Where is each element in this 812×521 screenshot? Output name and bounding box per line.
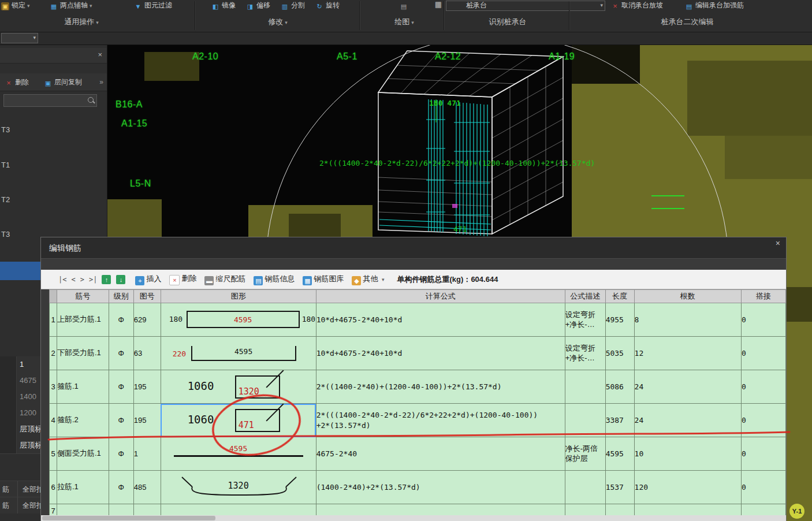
cancel-cap-slope-button[interactable]: ×取消承台放坡	[611, 0, 663, 10]
cell-length[interactable]: 1537	[605, 471, 634, 504]
cell-formula[interactable]: 2*((1400-2*40)+(1200-40-100))+2*(13.57*d…	[316, 370, 565, 404]
scrollbar-thumb[interactable]	[42, 516, 215, 520]
cell-length[interactable]: 3387	[605, 404, 634, 437]
cell-shape[interactable]: 1060 1320	[161, 370, 316, 404]
pile-cap-combo[interactable]: 桩承台 ▾	[446, 1, 605, 11]
mirror-button[interactable]: ◧镜像	[211, 0, 236, 10]
cell-name[interactable]: 箍筋.2	[57, 404, 109, 437]
cell-formula[interactable]: 10*d+4675-2*40+10*d	[316, 303, 565, 337]
cell-name[interactable]: 拉筋.1	[57, 471, 109, 504]
tree-item[interactable]: T2	[1, 194, 10, 206]
group-common-ops[interactable]: 通用操作▾	[55, 14, 108, 30]
cell-lap[interactable]: 0	[742, 404, 786, 437]
cell-length[interactable]: 5035	[605, 337, 634, 370]
cell-desc[interactable]: 净长-两倍 保护层	[565, 437, 605, 471]
col-header[interactable]: 根数	[634, 290, 742, 303]
group-modify[interactable]: 修改▾	[257, 14, 299, 30]
col-header[interactable]: 长度	[605, 290, 634, 303]
panel-close-button[interactable]: ×	[98, 50, 102, 59]
cell-desc[interactable]: 设定弯折 +净长-…	[565, 303, 605, 337]
cell-lap[interactable]: 0	[742, 437, 786, 471]
move-down-button[interactable]: ↓	[116, 275, 125, 284]
insert-button[interactable]: +插入	[135, 274, 161, 285]
nav-first-button[interactable]: |<	[58, 276, 66, 284]
nav-last-button[interactable]: >|	[89, 276, 97, 284]
edit-cap-rebar-button[interactable]: ▤编辑承台加强筋	[685, 0, 744, 10]
cell-grade[interactable]: Φ	[109, 303, 133, 337]
col-header[interactable]: 级别	[109, 290, 133, 303]
cell-fig-no[interactable]: 63	[133, 337, 161, 370]
cell-length[interactable]: 5086	[605, 370, 634, 404]
cell-fig-no[interactable]: 195	[133, 370, 161, 404]
more-button[interactable]: »	[99, 73, 103, 91]
delete-button[interactable]: ×删除	[5, 73, 29, 91]
nav-prev-button[interactable]: <	[71, 276, 75, 284]
rotate-button[interactable]: ↻旋转	[315, 0, 340, 10]
col-header[interactable]: 图形	[161, 290, 316, 303]
cell-formula[interactable]: 2*(((1400-2*40-2*d-22)/6*2+22+2*d)+(1200…	[316, 404, 565, 437]
cell-name[interactable]: 下部受力筋.1	[57, 337, 109, 370]
cell-formula[interactable]: 4675-2*40	[316, 437, 565, 471]
move-up-button[interactable]: ↑	[102, 275, 111, 284]
floor-selector-combo[interactable]: ▾	[1, 33, 38, 43]
cell-name[interactable]: 上部受力筋.1	[57, 303, 109, 337]
cell-fig-no[interactable]: 629	[133, 303, 161, 337]
dialog-titlebar[interactable]: 编辑钢筋 ×	[41, 237, 786, 259]
cell-formula[interactable]: (1400-2*40)+2*(13.57*d)	[316, 471, 565, 504]
cell-fig-no[interactable]: 195	[133, 404, 161, 437]
col-header[interactable]: 计算公式	[316, 290, 565, 303]
dialog-close-button[interactable]: ×	[776, 239, 780, 248]
cell-lap[interactable]: 0	[742, 337, 786, 370]
cell-length[interactable]: 4955	[605, 303, 634, 337]
cell-lap[interactable]: 0	[742, 370, 786, 404]
cell-count[interactable]: 120	[634, 471, 742, 504]
cell-count[interactable]: 8	[634, 303, 742, 337]
cell-grade[interactable]: Φ	[109, 471, 133, 504]
cell-length[interactable]: 4595	[605, 437, 634, 471]
group-draw[interactable]: 绘图▾	[383, 14, 425, 30]
cell-grade[interactable]: Φ	[109, 337, 133, 370]
cell-fig-no[interactable]: 485	[133, 471, 161, 504]
nav-next-button[interactable]: >	[80, 276, 84, 284]
col-header[interactable]: 公式描述	[565, 290, 605, 303]
cell-lap[interactable]: 0	[742, 471, 786, 504]
aux-axis-button[interactable]: ▦两点辅轴▾	[50, 0, 92, 10]
cell-shape[interactable]: 220 4595	[161, 337, 316, 370]
cell-shape[interactable]: 4595	[161, 437, 316, 471]
other-menu-button[interactable]: ◆其他 ▾	[352, 274, 384, 285]
col-header[interactable]: 搭接	[742, 290, 786, 303]
cell-count[interactable]: 24	[634, 370, 742, 404]
rebar-library-button[interactable]: ▦钢筋图库	[303, 274, 344, 285]
cell-count[interactable]: 24	[634, 404, 742, 437]
cell-desc[interactable]	[565, 370, 605, 404]
tree-item[interactable]: T1	[1, 159, 10, 171]
cell-shape[interactable]: 180 4595 180	[161, 303, 316, 337]
col-header[interactable]: 图号	[133, 290, 161, 303]
cell-name[interactable]: 侧面受力筋.1	[57, 437, 109, 471]
cell-grade[interactable]: Φ	[109, 370, 133, 404]
cell-count[interactable]: 10	[634, 437, 742, 471]
cell-name[interactable]: 箍筋.1	[57, 370, 109, 404]
cell-lap[interactable]: 0	[742, 303, 786, 337]
cell-shape[interactable]: 1320	[161, 471, 316, 504]
search-input[interactable]	[3, 94, 97, 107]
horizontal-scrollbar[interactable]	[41, 515, 786, 521]
copy-between-floors-button[interactable]: ▣层间复制	[44, 73, 82, 91]
cell-grade[interactable]: Φ	[109, 404, 133, 437]
col-header[interactable]: 筋号	[57, 290, 109, 303]
split-button[interactable]: ▥分割	[281, 0, 305, 10]
cell-formula[interactable]: 10*d+4675-2*40+10*d	[316, 337, 565, 370]
delete-row-button[interactable]: ×删除	[169, 273, 196, 285]
cell-desc[interactable]	[565, 404, 605, 437]
rebar-info-button[interactable]: ▤钢筋信息	[254, 274, 295, 285]
tree-item[interactable]: T3	[1, 229, 10, 240]
cell-fig-no[interactable]: 1	[133, 437, 161, 471]
offset-button[interactable]: ◨偏移	[246, 0, 270, 10]
cell-count[interactable]: 12	[634, 337, 742, 370]
cell-shape-selected[interactable]: 1060 471	[161, 404, 316, 437]
cell-desc[interactable]	[565, 471, 605, 504]
scale-rebar-button[interactable]: ▬缩尺配筋	[204, 274, 245, 285]
draw-tool-icon-button[interactable]: ▤	[400, 0, 410, 10]
lock-button[interactable]: ▣锁定▾	[1, 0, 30, 10]
tree-item[interactable]: T3	[1, 124, 10, 136]
